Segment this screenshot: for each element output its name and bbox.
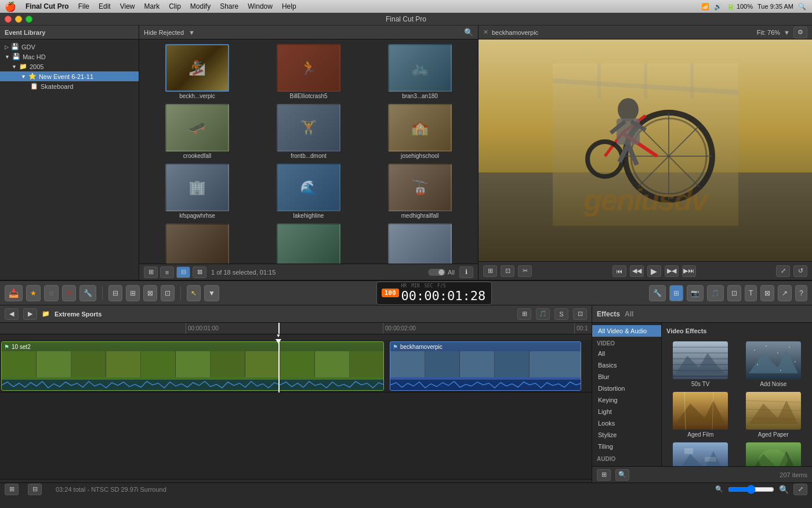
browser-view-controls[interactable]: ⊞ ≡ ⊟ ⊠ — [144, 266, 206, 278]
rate-neutral-btn[interactable]: ☆ — [44, 285, 59, 301]
clip-bran3an180[interactable]: 🚲 bran3...an180 — [367, 44, 473, 99]
zoom-in-icon[interactable]: 🔍 — [779, 485, 789, 494]
tool-share[interactable]: ↗ — [778, 285, 792, 301]
browser-btn1[interactable]: ⊞ — [144, 266, 158, 278]
status-btn1[interactable]: ⊞ — [5, 484, 19, 495]
tl-overwrite-btn[interactable]: ⊡ — [573, 308, 587, 320]
hide-rejected-label[interactable]: Hide Rejected — [144, 29, 184, 36]
tool-right1[interactable]: 🔧 — [649, 285, 666, 301]
viewer-play-btn[interactable]: ▶ — [647, 265, 661, 277]
rate-fav-btn[interactable]: ★ — [26, 285, 41, 301]
effects-cat-all[interactable]: All — [592, 348, 661, 359]
filter-dropdown-icon[interactable]: ▼ — [188, 29, 195, 36]
effect-agedpaper[interactable]: Aged Paper — [740, 392, 808, 438]
effect-addnoise[interactable]: Add Noise — [740, 341, 808, 387]
clip-beckhamoverpic[interactable]: 🏂 beckh...verpic — [144, 44, 251, 99]
timeline-tracks[interactable]: ⚑ 10 set2 — [0, 334, 592, 482]
viewer-fit-dropdown[interactable]: ▼ — [784, 29, 790, 36]
effects-cat-stylize[interactable]: Stylize — [592, 429, 661, 441]
tool-audio[interactable]: 🎵 — [707, 285, 724, 301]
effects-add-btn[interactable]: ⊞ — [597, 469, 611, 481]
minimize-button[interactable] — [15, 16, 22, 23]
clip-extra1[interactable] — [144, 224, 251, 264]
menu-clip[interactable]: Clip — [169, 2, 181, 10]
menu-modify[interactable]: Modify — [190, 2, 211, 10]
browser-content[interactable]: 🏂 beckh...verpic 🏃 BillElliotcrash5 🚲 — [139, 39, 478, 264]
search-icon[interactable]: 🔍 — [798, 3, 806, 10]
browser-all-toggle[interactable]: All — [428, 269, 455, 276]
effects-cat-allvideo[interactable]: All Video & Audio — [592, 325, 661, 337]
effects-cat-looks[interactable]: Looks — [592, 417, 661, 429]
tree-item-skateboard[interactable]: 📋 Skateboard — [0, 81, 139, 91]
viewer-footer[interactable]: ⊞ ⊡ ✂ ⏮ ◀◀ ▶ ▶◀ ▶⏭ ⤢ ↺ — [478, 261, 812, 280]
menu-file[interactable]: File — [78, 2, 89, 10]
effects-cat-light[interactable]: Light — [592, 406, 661, 417]
menu-share[interactable]: Share — [220, 2, 238, 10]
tl-snap-btn[interactable]: ⊞ — [517, 308, 531, 320]
menu-window[interactable]: Window — [248, 2, 273, 10]
effect-artifacts[interactable]: Artifacts — [666, 442, 735, 466]
clip-crookedfall[interactable]: 🛹 crookedfall — [144, 104, 251, 159]
clip-lakehighline[interactable]: 🌊 lakehighline — [255, 164, 362, 219]
event-library-content[interactable]: ▷ 💾 GDV ▼ 💾 Mac HD ▼ 📁 2005 — [0, 39, 139, 280]
clip-billelliotcrash5[interactable]: 🏃 BillElliotcrash5 — [255, 44, 362, 99]
trim-btn[interactable]: ⊟ — [108, 285, 122, 301]
effect-agedfilm[interactable]: Aged Film — [666, 392, 735, 438]
browser-btn4[interactable]: ⊠ — [193, 266, 206, 278]
playhead[interactable] — [278, 340, 280, 392]
zoom-out-icon[interactable]: 🔍 — [715, 485, 723, 493]
tree-item-machd[interactable]: ▼ 💾 Mac HD — [0, 52, 139, 62]
tl-audio-btn[interactable]: 🎵 — [536, 308, 550, 320]
clip-josehighschool[interactable]: 🏫 josehighschool — [367, 104, 473, 159]
viewer-zoom-btn[interactable]: ⊡ — [501, 265, 514, 277]
clip-extra3[interactable] — [367, 224, 473, 264]
tool-right2[interactable]: ⊞ — [669, 285, 683, 301]
effect-aura[interactable]: Aura — [740, 442, 808, 466]
effects-cat-blur[interactable]: Blur — [592, 371, 661, 383]
tree-item-gdv[interactable]: ▷ 💾 GDV — [0, 42, 139, 52]
window-controls[interactable] — [5, 16, 32, 23]
clip-10set2[interactable]: ⚑ 10 set2 — [1, 341, 384, 391]
menu-edit[interactable]: Edit — [99, 2, 111, 10]
clip-beckhamoverpic-tl[interactable]: ⚑ beckhamoverpic — [390, 341, 581, 391]
menu-mark[interactable]: Mark — [144, 2, 160, 10]
effects-cat-keying[interactable]: Keying — [592, 394, 661, 406]
tl-fwd-btn[interactable]: ▶ — [23, 308, 37, 320]
effects-grid[interactable]: Video Effects — [662, 323, 812, 466]
insert-btn[interactable]: ⊠ — [143, 285, 157, 301]
viewer-refresh-btn[interactable]: ↺ — [793, 265, 807, 277]
browser-info-btn[interactable]: ℹ — [459, 266, 473, 278]
tool-gen[interactable]: ⊠ — [760, 285, 774, 301]
apple-menu[interactable]: 🍎 — [5, 1, 16, 12]
viewer-snap-btn[interactable]: ⊞ — [483, 265, 497, 277]
rate-reject-btn[interactable]: ✕ — [62, 285, 76, 301]
clip-frontbdmont[interactable]: 🏋 frontb...dmont — [255, 104, 362, 159]
viewer-blade-btn[interactable]: ✂ — [518, 265, 532, 277]
effects-cat-tiling[interactable]: Tiling — [592, 441, 661, 452]
viewer-settings-btn[interactable]: ⚙ — [793, 27, 807, 38]
effects-cat-distortion[interactable]: Distortion — [592, 383, 661, 394]
select-tool-btn[interactable]: ↖ — [187, 285, 201, 301]
tool-camera[interactable]: 📷 — [687, 285, 704, 301]
clip-kfspagwhrhse[interactable]: 🏢 kfspagwhrhse — [144, 164, 251, 219]
viewer-close-x[interactable]: ✕ — [483, 28, 488, 36]
clip-extra2[interactable] — [255, 224, 362, 264]
search-button[interactable]: 🔍 — [464, 28, 473, 37]
menu-view[interactable]: View — [120, 2, 135, 10]
tl-back-btn[interactable]: ◀ — [5, 308, 19, 320]
close-button[interactable] — [5, 16, 12, 23]
overwrite-btn[interactable]: ⊡ — [161, 285, 175, 301]
fullscreen-btn[interactable]: ⤢ — [793, 484, 807, 495]
browser-btn2[interactable]: ≡ — [160, 266, 174, 278]
maximize-button[interactable] — [26, 16, 32, 23]
viewer-rewind-btn[interactable]: ⏮ — [612, 265, 626, 277]
viewer-fullscreen-btn[interactable]: ⤢ — [776, 265, 790, 277]
status-btn2[interactable]: ⊟ — [28, 484, 42, 495]
keyword-btn[interactable]: 🔧 — [79, 285, 96, 301]
viewer-step-back-btn[interactable]: ◀◀ — [630, 265, 644, 277]
effects-search-btn[interactable]: 🔍 — [615, 469, 629, 481]
effect-50stv[interactable]: 50s TV — [666, 341, 735, 387]
effects-categories[interactable]: All Video & Audio VIDEO All Basics Blur … — [592, 323, 662, 466]
tool-help[interactable]: ? — [795, 285, 807, 301]
tool-text[interactable]: T — [745, 285, 757, 301]
